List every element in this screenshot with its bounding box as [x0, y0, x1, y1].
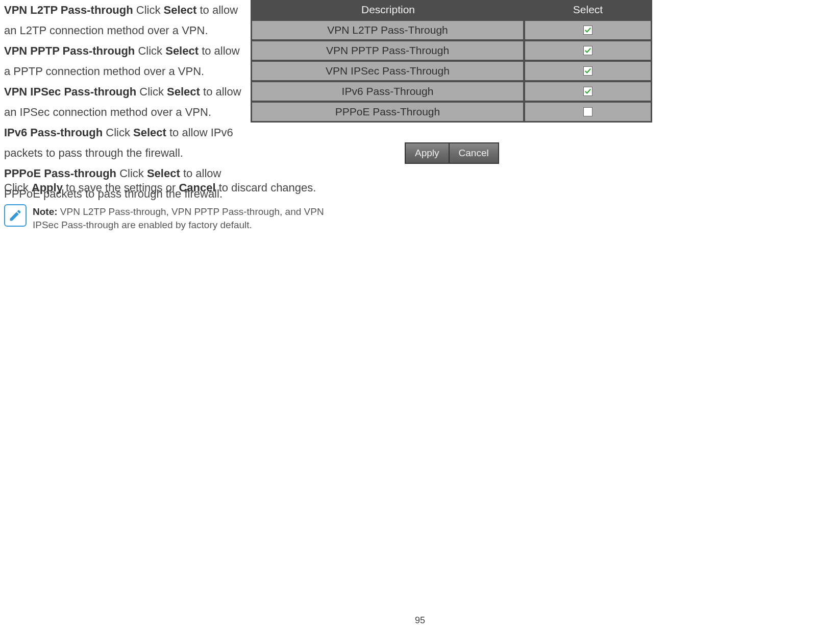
apply-word: Apply: [32, 181, 63, 194]
table-row: VPN IPSec Pass-Through: [252, 60, 651, 80]
table-row: VPN PPTP Pass-Through: [252, 39, 651, 60]
cancel-word: Cancel: [179, 181, 215, 194]
desc-action: Select: [133, 126, 166, 139]
note-text: Note: VPN L2TP Pass-through, VPN PPTP Pa…: [33, 204, 351, 232]
desc-title: VPN IPSec Pass-through: [4, 85, 136, 98]
note-box: Note: VPN L2TP Pass-through, VPN PPTP Pa…: [4, 204, 351, 232]
descriptions-block: VPN L2TP Pass-through Click Select to al…: [4, 0, 244, 204]
row-select-cell: [525, 41, 651, 60]
checkbox-pptp[interactable]: [583, 46, 592, 55]
desc-action: Select: [165, 44, 199, 57]
desc-item: IPv6 Pass-through Click Select to allow …: [4, 123, 244, 163]
checkbox-ipsec[interactable]: [583, 66, 592, 76]
desc-action: Select: [167, 85, 200, 98]
table-row: VPN L2TP Pass-Through: [252, 19, 651, 39]
row-label: PPPoE Pass-Through: [252, 103, 525, 121]
desc-item: VPN PPTP Pass-through Click Select to al…: [4, 41, 244, 82]
desc-item: VPN L2TP Pass-through Click Select to al…: [4, 0, 244, 41]
passthrough-table: Description Select VPN L2TP Pass-Through…: [251, 0, 652, 123]
row-select-cell: [525, 103, 651, 121]
note-label: Note:: [33, 206, 58, 217]
checkbox-ipv6[interactable]: [583, 87, 592, 96]
desc-title: IPv6 Pass-through: [4, 126, 103, 139]
checkbox-pppoe[interactable]: [583, 107, 592, 116]
desc-action: Select: [164, 4, 197, 16]
table-row: IPv6 Pass-Through: [252, 80, 651, 101]
row-label: VPN L2TP Pass-Through: [252, 21, 525, 39]
pencil-icon: [4, 204, 27, 227]
page-number: 95: [415, 615, 425, 626]
header-select: Select: [525, 1, 651, 19]
row-select-cell: [525, 82, 651, 101]
button-group: Apply Cancel: [405, 142, 499, 164]
row-label: IPv6 Pass-Through: [252, 82, 525, 101]
row-label: VPN IPSec Pass-Through: [252, 62, 525, 80]
row-label: VPN PPTP Pass-Through: [252, 41, 525, 60]
apply-button[interactable]: Apply: [406, 143, 449, 163]
table-header: Description Select: [252, 1, 651, 19]
desc-title: VPN PPTP Pass-through: [4, 44, 135, 57]
cancel-button[interactable]: Cancel: [449, 143, 498, 163]
row-select-cell: [525, 21, 651, 39]
table-row: PPPoE Pass-Through: [252, 101, 651, 121]
desc-item: VPN IPSec Pass-through Click Select to a…: [4, 82, 244, 123]
row-select-cell: [525, 62, 651, 80]
header-description: Description: [252, 1, 525, 19]
desc-title: VPN L2TP Pass-through: [4, 4, 133, 16]
apply-cancel-instruction: Click Apply to save the settings or Canc…: [4, 178, 351, 198]
checkbox-l2tp[interactable]: [583, 26, 592, 35]
